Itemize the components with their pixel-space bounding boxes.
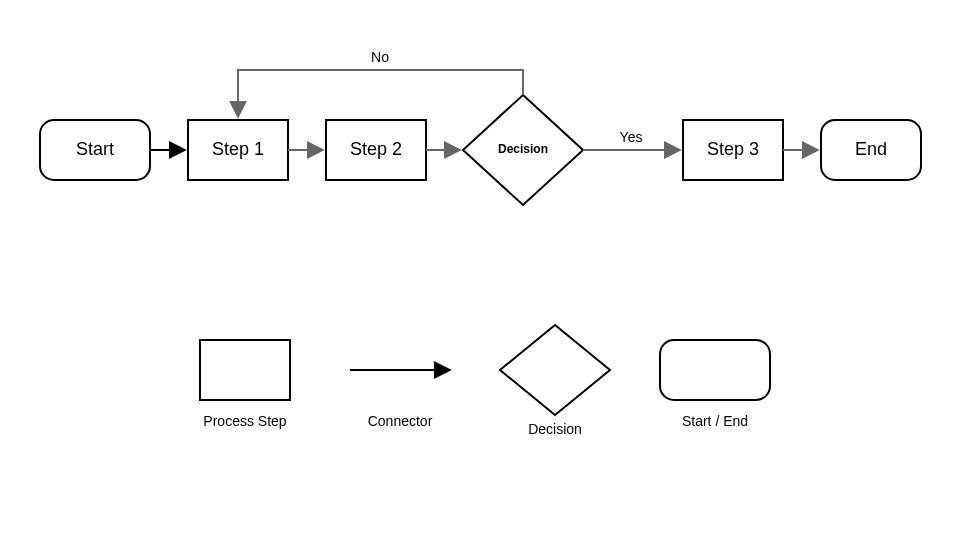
legend-decision-label: Decision [528,421,582,437]
edge-yes-label: Yes [620,129,643,145]
svg-rect-9 [660,340,770,400]
node-start-label: Start [76,139,114,159]
legend-connector: Connector [350,370,450,429]
node-step3: Step 3 [683,120,783,180]
edge-no-label: No [371,49,389,65]
node-step2-label: Step 2 [350,139,402,159]
svg-marker-8 [500,325,610,415]
flowchart-canvas: Start Step 1 Step 2 Decision Yes No Step… [0,0,960,540]
node-decision-label: Decision [498,142,548,156]
node-start: Start [40,120,150,180]
svg-rect-6 [200,340,290,400]
node-step3-label: Step 3 [707,139,759,159]
legend-terminator: Start / End [660,340,770,429]
legend-process: Process Step [200,340,290,429]
node-step2: Step 2 [326,120,426,180]
legend-decision: Decision [500,325,610,437]
node-step1: Step 1 [188,120,288,180]
node-end: End [821,120,921,180]
legend-connector-label: Connector [368,413,433,429]
node-decision: Decision [463,95,583,205]
legend-terminator-label: Start / End [682,413,748,429]
legend-process-label: Process Step [203,413,286,429]
edge-decision-step1-no [238,70,523,117]
node-end-label: End [855,139,887,159]
node-step1-label: Step 1 [212,139,264,159]
